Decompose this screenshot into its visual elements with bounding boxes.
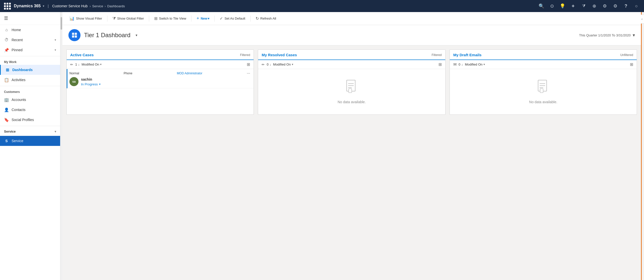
draft-empty-text: No data available. xyxy=(529,100,557,104)
set-as-default-btn[interactable]: ✓ Set As Default xyxy=(217,15,248,22)
case-name: sachin xyxy=(81,77,101,81)
case-avatar: sa xyxy=(69,77,78,86)
dashboards-label: Dashboards xyxy=(12,68,33,72)
hamburger-icon: ☰ xyxy=(4,16,8,21)
resolved-cases-header: My Resolved Cases Filtered xyxy=(258,50,445,60)
breadcrumb-sep2: › xyxy=(105,4,106,8)
sidebar-item-pinned[interactable]: 📌 Pinned ▾ xyxy=(0,45,60,55)
sidebar-scrollbar[interactable] xyxy=(60,12,62,280)
set-as-default-label: Set As Default xyxy=(224,17,245,20)
switch-to-tile-view-btn[interactable]: ⊞ Switch to Tile View xyxy=(151,15,189,22)
lightbulb-icon-btn[interactable]: 💡 xyxy=(558,2,567,11)
breadcrumb-item-service[interactable]: Service xyxy=(92,4,103,8)
svg-rect-1 xyxy=(75,33,77,35)
dashboard-date-filter[interactable]: This Quarter 1/1/2020 To 3/31/2020 ▾ xyxy=(579,32,635,38)
show-visual-filter-btn[interactable]: 📊 Show Visual Filter xyxy=(66,15,105,22)
accounts-icon: 🏢 xyxy=(4,97,9,102)
sidebar-item-accounts[interactable]: 🏢 Accounts xyxy=(0,95,60,105)
active-cases-body: Normal Phone MOD Administrator ··· sa xyxy=(67,69,254,115)
contacts-label: Contacts xyxy=(12,108,25,112)
resolved-cases-view-icon[interactable]: ⊞ xyxy=(438,62,442,67)
service-section-header[interactable]: Service ▾ xyxy=(0,127,60,136)
help-icon-btn[interactable]: ? xyxy=(621,2,630,11)
resolved-cases-count: 0 ↓ xyxy=(267,63,271,66)
home-icon: ⌂ xyxy=(4,27,9,32)
activities-label: Activities xyxy=(12,78,25,82)
activities-icon: 📋 xyxy=(4,77,9,82)
date-filter-chevron: ▾ xyxy=(633,32,635,38)
search-icon-btn[interactable]: 🔍 xyxy=(537,2,546,11)
user-icon-btn[interactable]: ○ xyxy=(632,2,641,11)
draft-emails-empty: No data available. xyxy=(450,69,637,115)
draft-emails-title: My Draft Emails xyxy=(453,53,482,57)
brand-chevron[interactable]: ▾ xyxy=(43,4,44,8)
customers-section-label: Customers xyxy=(0,87,60,95)
case-row[interactable]: Normal Phone MOD Administrator ··· sa xyxy=(67,69,254,88)
sidebar-scroll-thumb[interactable] xyxy=(61,17,62,30)
sidebar-item-dashboards[interactable]: ⊞ Dashboards xyxy=(0,65,60,75)
svg-rect-3 xyxy=(75,35,77,38)
chart-icon: 📊 xyxy=(69,16,74,21)
top-nav: Dynamics 365 ▾ | Customer Service Hub › … xyxy=(0,0,644,12)
case-status[interactable]: In Progress ▾ xyxy=(81,82,101,86)
my-work-section-label: My Work xyxy=(0,57,60,65)
draft-emails-controls: ✉ 0 ↓ Modified On ▾ ⊞ xyxy=(450,60,637,69)
active-cases-card: Active Cases Filtered ✏ 1 ↓ Modified On … xyxy=(66,49,254,115)
active-cases-controls: ✏ 1 ↓ Modified On ▾ ⊞ xyxy=(67,60,254,69)
date-filter-text: This Quarter 1/1/2020 To 3/31/2020 xyxy=(579,33,631,37)
sidebar-item-contacts[interactable]: 👤 Contacts xyxy=(0,105,60,115)
main-content: 📊 Show Visual Filter ⧩ Show Global Filte… xyxy=(62,12,641,280)
refresh-all-btn[interactable]: ↻ Refresh All xyxy=(253,15,279,22)
service-item-icon: S xyxy=(4,138,9,143)
refresh-icon: ↻ xyxy=(256,16,259,21)
empty-doc-icon xyxy=(345,80,358,97)
service-chevron: ▾ xyxy=(55,130,56,133)
svg-rect-14 xyxy=(540,89,543,93)
show-global-filter-label: Show Global Filter xyxy=(117,17,144,20)
svg-rect-9 xyxy=(349,89,352,93)
circle-plus-icon-btn[interactable]: ⊕ xyxy=(590,2,599,11)
settings-icon-btn[interactable]: ⚙ xyxy=(611,2,620,11)
recent-icon: ⏱ xyxy=(4,37,9,42)
show-global-filter-btn[interactable]: ⧩ Show Global Filter xyxy=(109,15,147,22)
add-icon-btn[interactable]: + xyxy=(569,2,578,11)
tile-view-icon: ⊞ xyxy=(154,16,157,21)
draft-emails-sort[interactable]: Modified On ▾ xyxy=(465,63,485,66)
new-chevron-icon: ▾ xyxy=(208,17,209,20)
new-btn[interactable]: + New ▾ xyxy=(193,14,212,23)
resolved-empty-text: No data available. xyxy=(338,100,366,104)
pin-icon: 📌 xyxy=(4,47,9,52)
draft-emails-view-icon[interactable]: ⊞ xyxy=(630,62,633,67)
recent-icon-btn[interactable]: ⊙ xyxy=(547,2,556,11)
dashboard-title-chevron[interactable]: ▾ xyxy=(136,33,137,37)
sidebar-item-activities[interactable]: 📋 Activities xyxy=(0,75,60,85)
nav-hub-name: Customer Service Hub xyxy=(52,4,88,8)
edit-icon: ✏ xyxy=(70,63,73,67)
sidebar-item-service[interactable]: S Service xyxy=(0,136,60,146)
new-btn-label: New xyxy=(201,17,208,20)
case-owner[interactable]: MOD Administrator xyxy=(177,72,202,75)
sidebar-item-social-profiles[interactable]: 🔖 Social Profiles xyxy=(0,115,60,125)
active-cases-sort[interactable]: Modified On ▾ xyxy=(82,63,102,66)
personalize-icon-btn[interactable]: ⚙ xyxy=(600,2,609,11)
sidebar-menu-btn[interactable]: ☰ xyxy=(0,12,60,25)
resolved-cases-title: My Resolved Cases xyxy=(262,53,297,57)
draft-sort-chevron: ▾ xyxy=(484,63,485,66)
resolved-cases-sort[interactable]: Modified On ▾ xyxy=(273,63,293,66)
advanced-filter-icon-btn[interactable]: ⧩ xyxy=(579,2,588,11)
dashboard-title-area: Tier 1 Dashboard ▾ xyxy=(68,29,137,41)
resolved-cases-card: My Resolved Cases Filtered ✏ 0 ↓ Modifie… xyxy=(258,49,445,115)
sort-chevron: ▾ xyxy=(100,63,102,66)
breadcrumb-item-dashboards[interactable]: Dashboards xyxy=(107,4,125,8)
draft-empty-doc-icon xyxy=(537,80,550,97)
sidebar: ☰ ⌂ Home ⏱ Recent ▾ 📌 Pinned ▾ My Work xyxy=(0,12,60,280)
draft-sort-label: Modified On xyxy=(465,63,482,66)
top-nav-right: 🔍 ⊙ 💡 + ⧩ ⊕ ⚙ ⚙ ? ○ xyxy=(537,2,641,11)
case-channel: Phone xyxy=(124,72,132,75)
sidebar-item-recent[interactable]: ⏱ Recent ▾ xyxy=(0,35,60,45)
active-cases-view-icon[interactable]: ⊞ xyxy=(247,62,250,67)
dashboard-area: Tier 1 Dashboard ▾ This Quarter 1/1/2020… xyxy=(62,25,641,280)
waffle-icon[interactable] xyxy=(3,2,12,11)
sidebar-item-home[interactable]: ⌂ Home xyxy=(0,25,60,35)
case-menu-icon[interactable]: ··· xyxy=(247,71,250,76)
